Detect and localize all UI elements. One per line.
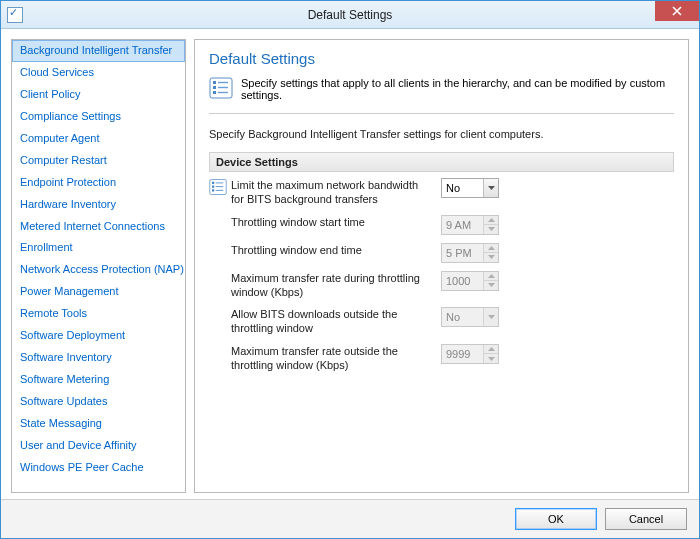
category-item[interactable]: Metered Internet Connections (12, 216, 185, 238)
setting-value: No (442, 179, 483, 197)
svg-marker-17 (488, 246, 495, 250)
titlebar: Default Settings (1, 1, 699, 29)
spin-down-icon (484, 353, 498, 363)
section-description: Specify Background Intelligent Transfer … (209, 128, 674, 140)
category-item[interactable]: Software Deployment (12, 325, 185, 347)
spinner-buttons (483, 345, 498, 363)
spin-up-icon (484, 345, 498, 354)
checklist-icon (209, 77, 233, 99)
setting-row: Maximum transfer rate during throttling … (209, 271, 674, 300)
spin-up-icon (484, 216, 498, 225)
category-item[interactable]: Compliance Settings (12, 106, 185, 128)
setting-label: Allow BITS downloads outside the throttl… (231, 307, 441, 336)
svg-rect-3 (213, 86, 216, 89)
content-panel: Default Settings Specify settings that a… (194, 39, 689, 493)
settings-list: Limit the maximum network bandwidth for … (209, 178, 674, 372)
svg-marker-16 (488, 227, 495, 231)
setting-spinner: 9999 (441, 344, 499, 364)
setting-spinner: 5 PM (441, 243, 499, 263)
category-item[interactable]: Hardware Inventory (12, 194, 185, 216)
svg-marker-21 (488, 315, 495, 319)
category-item[interactable]: Software Inventory (12, 347, 185, 369)
setting-value: No (442, 308, 483, 326)
category-item[interactable]: Windows PE Peer Cache (12, 457, 185, 479)
setting-value: 5 PM (442, 244, 483, 262)
window-title: Default Settings (1, 8, 699, 22)
setting-spinner: 1000 (441, 271, 499, 291)
setting-row: Limit the maximum network bandwidth for … (209, 178, 674, 207)
setting-dropdown: No (441, 307, 499, 327)
category-item[interactable]: Client Policy (12, 84, 185, 106)
setting-row: Allow BITS downloads outside the throttl… (209, 307, 674, 336)
spinner-buttons (483, 244, 498, 262)
checklist-icon (209, 178, 227, 196)
category-item[interactable]: Software Updates (12, 391, 185, 413)
setting-icon (209, 178, 231, 198)
category-item[interactable]: State Messaging (12, 413, 185, 435)
svg-rect-10 (212, 186, 214, 188)
dialog-window: Default Settings Background Intelligent … (0, 0, 700, 539)
setting-label: Maximum transfer rate outside the thrott… (231, 344, 441, 373)
setting-dropdown[interactable]: No (441, 178, 499, 198)
category-item[interactable]: Computer Agent (12, 128, 185, 150)
category-item[interactable]: Power Management (12, 281, 185, 303)
category-item[interactable]: User and Device Affinity (12, 435, 185, 457)
spin-down-icon (484, 280, 498, 290)
category-item[interactable]: Remote Tools (12, 303, 185, 325)
cancel-button[interactable]: Cancel (605, 508, 687, 530)
spinner-buttons (483, 216, 498, 234)
intro-text: Specify settings that apply to all clien… (241, 77, 674, 101)
category-item[interactable]: Enrollment (12, 237, 185, 259)
svg-rect-12 (212, 189, 214, 191)
spin-up-icon (484, 244, 498, 253)
svg-marker-19 (488, 274, 495, 278)
system-menu-icon[interactable] (7, 7, 23, 23)
setting-row: Throttling window end time5 PM (209, 243, 674, 263)
setting-label: Maximum transfer rate during throttling … (231, 271, 441, 300)
svg-rect-8 (212, 182, 214, 184)
svg-marker-15 (488, 218, 495, 222)
category-item[interactable]: Background Intelligent Transfer (12, 40, 185, 62)
category-item[interactable]: Network Access Protection (NAP) (12, 259, 185, 281)
setting-label: Throttling window end time (231, 243, 441, 257)
intro-row: Specify settings that apply to all clien… (209, 77, 674, 101)
setting-value: 9 AM (442, 216, 483, 234)
close-button[interactable] (655, 1, 699, 21)
spinner-buttons (483, 272, 498, 290)
setting-row: Throttling window start time9 AM (209, 215, 674, 235)
svg-marker-14 (488, 186, 495, 190)
setting-value: 9999 (442, 345, 483, 363)
content-heading: Default Settings (209, 50, 674, 67)
svg-rect-1 (213, 81, 216, 84)
chevron-down-icon[interactable] (483, 179, 498, 197)
category-item[interactable]: Software Metering (12, 369, 185, 391)
svg-marker-20 (488, 283, 495, 287)
category-list[interactable]: Background Intelligent TransferCloud Ser… (11, 39, 186, 493)
dialog-footer: OK Cancel (1, 499, 699, 538)
ok-button[interactable]: OK (515, 508, 597, 530)
spin-down-icon (484, 252, 498, 262)
svg-marker-23 (488, 357, 495, 361)
svg-rect-5 (213, 91, 216, 94)
chevron-down-icon (483, 308, 498, 326)
setting-label: Throttling window start time (231, 215, 441, 229)
dialog-body: Background Intelligent TransferCloud Ser… (1, 29, 699, 499)
setting-row: Maximum transfer rate outside the thrott… (209, 344, 674, 373)
svg-marker-22 (488, 347, 495, 351)
category-item[interactable]: Endpoint Protection (12, 172, 185, 194)
close-icon (672, 6, 682, 16)
setting-value: 1000 (442, 272, 483, 290)
setting-spinner: 9 AM (441, 215, 499, 235)
divider (209, 113, 674, 114)
spin-down-icon (484, 224, 498, 234)
setting-label: Limit the maximum network bandwidth for … (231, 178, 441, 207)
spin-up-icon (484, 272, 498, 281)
group-header: Device Settings (209, 152, 674, 172)
svg-marker-18 (488, 255, 495, 259)
category-item[interactable]: Cloud Services (12, 62, 185, 84)
category-item[interactable]: Computer Restart (12, 150, 185, 172)
